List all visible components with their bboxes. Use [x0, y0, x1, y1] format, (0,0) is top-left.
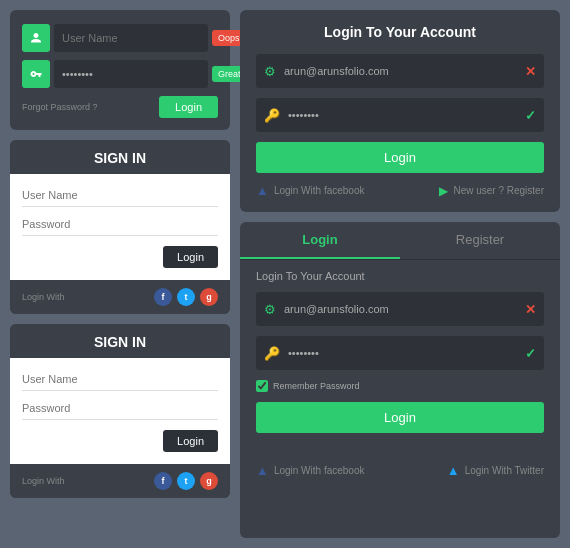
- login-with-2: Login With: [22, 476, 65, 486]
- signin-login-btn-1[interactable]: Login: [163, 246, 218, 268]
- signin-login-btn-2[interactable]: Login: [163, 430, 218, 452]
- bottom-email-icon: ⚙: [264, 302, 276, 317]
- signin-password-1[interactable]: [22, 213, 218, 236]
- right-top-footer: ▲ Login With facebook ▶ New user ? Regis…: [256, 183, 544, 198]
- facebook-icon-right: ▲: [256, 183, 269, 198]
- bottom-footer: ▲ Login With facebook ▲ Login With Twitt…: [240, 455, 560, 486]
- forgot-label[interactable]: Forgot Password ?: [22, 102, 98, 112]
- top-right-card: Login To Your Account ⚙ ✕ 🔑 ✓ Login ▲ Lo…: [240, 10, 560, 212]
- password-row: Great: [22, 60, 218, 88]
- bottom-facebook-icon: ▲: [256, 463, 269, 478]
- password-row-right: 🔑 ✓: [256, 98, 544, 132]
- tab-login[interactable]: Login: [240, 222, 400, 259]
- register-user-icon: ▶: [439, 184, 448, 198]
- facebook-login-item[interactable]: ▲ Login With facebook: [256, 183, 365, 198]
- signin-footer-1: Login With f t g: [10, 280, 230, 314]
- signin-body-1: Login: [10, 174, 230, 280]
- social-icons-1: f t g: [154, 288, 218, 306]
- check-icon: ✓: [525, 108, 536, 123]
- bottom-facebook-label: Login With facebook: [274, 465, 365, 476]
- bottom-check-icon: ✓: [525, 346, 536, 361]
- facebook-icon-1[interactable]: f: [154, 288, 172, 306]
- signin-card-2: SIGN IN Login Login With f t g: [10, 324, 230, 498]
- top-right-title: Login To Your Account: [256, 24, 544, 40]
- left-column: Oops ! Great Forgot Password ? Login SIG…: [10, 10, 230, 538]
- bottom-card-body: Login To Your Account ⚙ ✕ 🔑 ✓ Remember P…: [240, 260, 560, 455]
- bottom-login-btn[interactable]: Login: [256, 402, 544, 433]
- signin-title-1: SIGN IN: [10, 140, 230, 174]
- signin-card-1: SIGN IN Login Login With f t g: [10, 140, 230, 314]
- tab-register[interactable]: Register: [400, 222, 560, 259]
- bottom-error-icon: ✕: [525, 302, 536, 317]
- bottom-password-input[interactable]: [288, 347, 525, 359]
- key-icon-right: 🔑: [264, 108, 280, 123]
- twitter-icon-2[interactable]: t: [177, 472, 195, 490]
- bottom-twitter-icon: ▲: [447, 463, 460, 478]
- bottom-password-row: 🔑 ✓: [256, 336, 544, 370]
- remember-row: Remember Password: [256, 380, 544, 392]
- email-input[interactable]: [284, 65, 525, 77]
- bottom-key-icon: 🔑: [264, 346, 280, 361]
- user-icon: [30, 32, 42, 44]
- password-input[interactable]: [54, 60, 208, 88]
- signin-username-2[interactable]: [22, 368, 218, 391]
- login-btn-right[interactable]: Login: [256, 142, 544, 173]
- register-item[interactable]: ▶ New user ? Register: [439, 184, 544, 198]
- password-input-right[interactable]: [288, 109, 525, 121]
- forgot-row: Forgot Password ? Login: [22, 96, 218, 118]
- bottom-right-card: Login Register Login To Your Account ⚙ ✕…: [240, 222, 560, 538]
- error-icon: ✕: [525, 64, 536, 79]
- social-icons-2: f t g: [154, 472, 218, 490]
- username-row: Oops !: [22, 24, 218, 52]
- tab-bar: Login Register: [240, 222, 560, 260]
- signin-footer-2: Login With f t g: [10, 464, 230, 498]
- right-column: Login To Your Account ⚙ ✕ 🔑 ✓ Login ▲ Lo…: [240, 10, 560, 538]
- user-icon-box: [22, 24, 50, 52]
- bottom-email-input[interactable]: [284, 303, 525, 315]
- key-icon: [30, 68, 42, 80]
- bottom-email-row: ⚙ ✕: [256, 292, 544, 326]
- remember-label: Remember Password: [273, 381, 360, 391]
- facebook-icon-2[interactable]: f: [154, 472, 172, 490]
- signin-body-2: Login: [10, 358, 230, 464]
- signin-username-1[interactable]: [22, 184, 218, 207]
- email-icon: ⚙: [264, 64, 276, 79]
- facebook-login-label: Login With facebook: [274, 185, 365, 196]
- bottom-subtitle: Login To Your Account: [256, 270, 544, 282]
- signin-password-2[interactable]: [22, 397, 218, 420]
- bottom-facebook-item[interactable]: ▲ Login With facebook: [256, 463, 365, 478]
- email-row: ⚙ ✕: [256, 54, 544, 88]
- google-icon-2[interactable]: g: [200, 472, 218, 490]
- login-with-1: Login With: [22, 292, 65, 302]
- google-icon-1[interactable]: g: [200, 288, 218, 306]
- username-input[interactable]: [54, 24, 208, 52]
- signin-title-2: SIGN IN: [10, 324, 230, 358]
- key-icon-box: [22, 60, 50, 88]
- bottom-twitter-label: Login With Twitter: [465, 465, 544, 476]
- register-label: New user ? Register: [453, 185, 544, 196]
- login-button-sm[interactable]: Login: [159, 96, 218, 118]
- twitter-icon-1[interactable]: t: [177, 288, 195, 306]
- bottom-twitter-item[interactable]: ▲ Login With Twitter: [447, 463, 544, 478]
- mini-login-card: Oops ! Great Forgot Password ? Login: [10, 10, 230, 130]
- remember-checkbox[interactable]: [256, 380, 268, 392]
